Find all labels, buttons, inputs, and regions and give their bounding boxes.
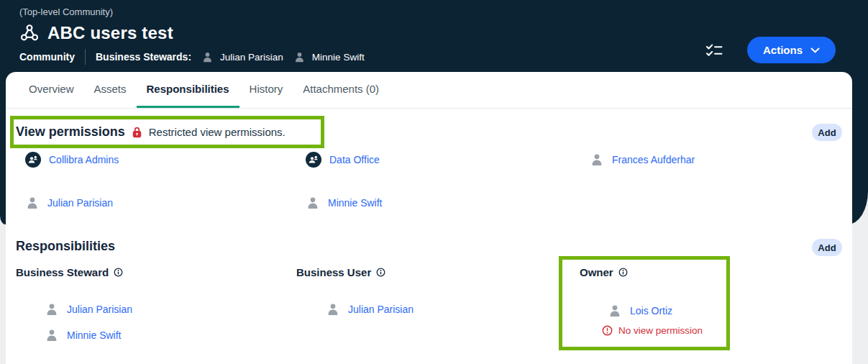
page-title: ABC users test [47,23,173,43]
tab-bar: Overview Assets Responsibilities History… [6,72,852,109]
lock-icon [132,126,142,138]
responsibility-member[interactable]: Julian Parisian [326,301,414,318]
header-actions: Actions [706,37,836,63]
person-icon [25,196,40,210]
member-link[interactable]: Collibra Admins [49,154,119,165]
steward-item[interactable]: Minnie Swift [293,51,365,63]
member-link[interactable]: Minnie Swift [328,197,382,209]
member-link[interactable]: Minnie Swift [67,329,121,341]
tab-assets[interactable]: Assets [84,72,137,108]
tab-attachments[interactable]: Attachments (0) [293,72,389,108]
asset-header: (Top-level Community) ABC users test Com… [0,0,868,72]
member-link[interactable]: Julian Parisian [348,304,414,315]
person-icon [293,51,306,63]
no-view-permission-warning: No view permission [602,323,703,337]
asset-type-label: Community [19,51,75,63]
person-icon [306,196,320,210]
info-icon[interactable] [618,268,628,277]
stewards-label: Business Stewards: [96,51,191,63]
steward-name: Julian Parisian [220,52,283,63]
group-icon [306,152,321,168]
steward-item[interactable]: Julian Parisian [201,51,283,63]
view-permissions-header: View permissions Restricted view permiss… [16,121,285,142]
actions-button[interactable]: Actions [747,37,836,63]
restricted-note: Restricted view permissions. [149,126,285,138]
person-icon [201,51,214,63]
member-item[interactable]: Data Office [306,151,380,168]
tab-overview[interactable]: Overview [19,72,84,108]
add-view-permission-button[interactable]: Add [812,124,842,141]
member-item[interactable]: Frances Aufderhar [590,151,695,168]
person-icon [45,302,59,317]
tab-responsibilities[interactable]: Responsibilities [137,72,239,108]
meta-row: Community Business Stewards: Julian Pari… [19,49,365,65]
role-label: Business User [296,266,371,278]
community-icon [19,24,40,42]
role-header-owner: Owner [580,265,628,279]
role-header-business-user: Business User [296,265,385,279]
info-icon[interactable] [114,268,123,277]
member-link[interactable]: Lois Ortiz [630,305,672,317]
tasks-icon[interactable] [706,43,723,57]
member-item[interactable]: Julian Parisian [25,194,113,211]
breadcrumb: (Top-level Community) [19,6,113,17]
member-link[interactable]: Julian Parisian [47,197,113,209]
responsibility-member[interactable]: Minnie Swift [45,327,121,344]
role-label: Owner [580,266,613,278]
responsibilities-title: Responsibilities [16,239,115,254]
person-icon [326,302,340,317]
role-header-business-steward: Business Steward [16,265,123,279]
responsibility-member[interactable]: Julian Parisian [45,301,132,318]
member-item[interactable]: Collibra Admins [25,151,119,168]
responsibility-member[interactable]: Lois Ortiz [608,302,672,319]
view-permissions-title: View permissions [16,124,125,140]
warning-text: No view permission [618,325,703,336]
person-icon [590,153,604,167]
group-icon [25,152,41,168]
content-card: Overview Assets Responsibilities History… [6,72,852,364]
vertical-divider [85,49,86,65]
person-icon [45,328,59,342]
role-label: Business Steward [16,266,109,278]
actions-label: Actions [763,44,803,56]
chevron-down-icon [810,47,820,53]
info-icon[interactable] [376,268,385,277]
tab-history[interactable]: History [239,72,293,108]
person-icon [608,304,622,318]
steward-name: Minnie Swift [312,52,365,63]
add-responsibility-button[interactable]: Add [812,239,842,256]
member-link[interactable]: Data Office [329,154,380,165]
title-row: ABC users test [19,23,173,43]
member-link[interactable]: Frances Aufderhar [612,154,695,165]
screen: (Top-level Community) ABC users test Com… [0,0,868,364]
warning-icon [602,325,613,336]
member-link[interactable]: Julian Parisian [67,304,132,315]
member-item[interactable]: Minnie Swift [306,194,382,211]
